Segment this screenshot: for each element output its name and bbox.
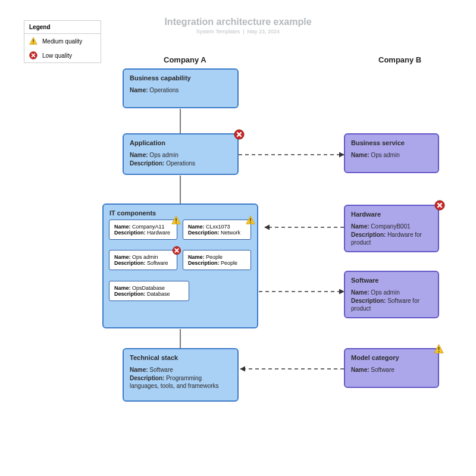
column-header-b: Company B (378, 55, 421, 64)
box-application[interactable]: Application Name: Ops admin Description:… (123, 133, 239, 175)
it-component-card[interactable]: Name: Ops admin Description: Software (109, 250, 177, 270)
svg-rect-17 (250, 222, 251, 223)
legend-heading: Legend (24, 21, 101, 34)
svg-rect-2 (33, 43, 33, 43)
error-icon (29, 51, 37, 60)
error-icon (434, 200, 445, 211)
box-field: Description: Operations (130, 159, 231, 168)
box-title: Model category (351, 354, 432, 361)
box-field: Name: Software (351, 366, 432, 374)
column-header-a: Company A (164, 55, 206, 64)
box-field: Description: Programming languages, tool… (130, 374, 231, 390)
legend-row-medium: Medium quality (24, 34, 101, 48)
legend-label: Medium quality (42, 38, 82, 45)
it-component-card[interactable]: Name: People Description: People (183, 250, 251, 270)
box-field: Name: CompanyB001 (351, 223, 432, 231)
box-title: Application (130, 139, 231, 146)
svg-rect-16 (250, 218, 251, 221)
box-field: Name: Ops admin (351, 151, 432, 159)
it-component-card[interactable]: Name: CompanyA11 Description: Hardware (109, 220, 177, 240)
box-model-category[interactable]: Model category Name: Software (344, 348, 439, 388)
box-title: Technical stack (130, 354, 231, 361)
legend: Legend Medium quality Low quality (24, 20, 101, 63)
box-software[interactable]: Software Name: Ops admin Description: So… (344, 271, 439, 318)
it-component-card[interactable]: Name: OpsDatabase Description: Database (109, 281, 189, 301)
legend-label: Low quality (42, 52, 72, 59)
warning-icon (434, 344, 444, 355)
box-business-capability[interactable]: Business capability Name: Operations (123, 68, 239, 108)
diagram-canvas: Integration architecture example System … (0, 0, 476, 476)
error-icon (172, 246, 183, 256)
box-field: Name: Software (130, 366, 231, 374)
svg-rect-21 (439, 347, 440, 350)
box-field: Name: Ops admin (130, 151, 231, 159)
box-field: Name: Ops admin (351, 289, 432, 297)
box-field: Name: Operations (130, 86, 231, 95)
warning-icon (29, 37, 37, 45)
box-title: Business capability (130, 74, 231, 82)
box-field: Description: Software for product (351, 297, 432, 313)
box-technical-stack[interactable]: Technical stack Name: Software Descripti… (123, 348, 239, 402)
it-component-card[interactable]: Name: CLxx1073 Description: Network (183, 220, 251, 240)
svg-rect-1 (33, 39, 33, 42)
box-hardware[interactable]: Hardware Name: CompanyB001 Description: … (344, 205, 439, 252)
svg-rect-14 (176, 222, 177, 223)
box-business-service[interactable]: Business service Name: Ops admin (344, 133, 439, 173)
warning-icon (246, 215, 256, 226)
box-field: Description: Hardware for product (351, 231, 432, 247)
svg-rect-22 (439, 351, 440, 352)
svg-rect-13 (176, 218, 177, 221)
box-title: Hardware (351, 211, 432, 218)
box-title: Software (351, 277, 432, 284)
warning-icon (171, 215, 182, 226)
box-title: Business service (351, 139, 432, 146)
legend-row-low: Low quality (24, 48, 101, 62)
error-icon (234, 129, 245, 140)
